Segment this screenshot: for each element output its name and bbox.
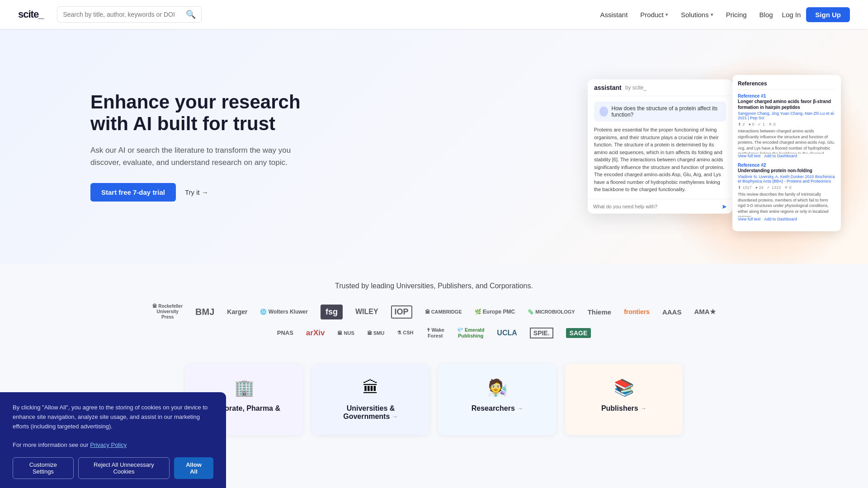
- login-button[interactable]: Log In: [782, 11, 801, 19]
- ref1-authors: Sangyoon Chang, Jing Yuan Chang, Nan-Zhi…: [738, 111, 835, 120]
- nav-links: Assistant Product ▾ Solutions ▾ Pricing …: [600, 11, 773, 19]
- cookie-buttons: Customize Settings Reject All Unnecessar…: [13, 457, 213, 462]
- logo-aaas: AAAS: [662, 308, 682, 316]
- logo-nus: 🏛 NUS: [337, 330, 354, 336]
- trusted-label: Trusted by leading Universities, Publish…: [36, 282, 832, 290]
- hero-title: Enhance your research with AI built for …: [90, 91, 316, 135]
- logo-thieme: Thieme: [588, 308, 612, 316]
- logo-ucla: UCLA: [497, 329, 517, 337]
- ref2-add-dashboard[interactable]: Add to Dashboard: [764, 217, 797, 221]
- solutions-dropdown-icon: ▾: [711, 12, 713, 18]
- researchers-icon: 🧑‍🔬: [451, 378, 543, 397]
- logo-cambridge: 🏛 CAMBRIDGE: [425, 309, 462, 314]
- logos-row-2: PNAS arXiv 🏛 NUS 🏛 SMU ⚗ CSH ✝ WakeFores…: [36, 327, 832, 338]
- card-universities[interactable]: 🏛 Universities & Governments →: [312, 364, 429, 435]
- chat-subtitle: by scite_: [625, 84, 646, 91]
- logo-emerald: 💎 EmeraldPublishing: [457, 327, 484, 338]
- logo-ama: AMA★: [694, 308, 715, 316]
- hero-subtitle: Ask our AI or search the literature to t…: [90, 144, 316, 169]
- logo-csh: ⚗ CSH: [397, 330, 413, 336]
- signup-button[interactable]: Sign Up: [806, 7, 850, 22]
- logo-wolters: 🌐 Wolters Kluwer: [260, 309, 307, 315]
- nav-pricing[interactable]: Pricing: [726, 11, 747, 19]
- search-icon[interactable]: 🔍: [186, 9, 196, 19]
- chat-send-icon[interactable]: ➤: [722, 202, 727, 210]
- trial-button[interactable]: Start free 7-day trial: [90, 183, 176, 202]
- chat-question: How does the structure of a protein affe…: [594, 102, 726, 122]
- ref1-body: Interactions between charged amino acids…: [738, 128, 835, 154]
- logo-fsg: fsg: [321, 305, 343, 319]
- cookie-banner: By clicking "Allow All", you agree to th…: [0, 392, 226, 462]
- logo-spie: SPIE.: [530, 328, 553, 338]
- logo-smu: 🏛 SMU: [367, 330, 385, 336]
- ref1-num: Reference #1: [738, 94, 835, 99]
- ref2-num: Reference #2: [738, 163, 835, 168]
- hero-section: Enhance your research with AI built for …: [0, 29, 868, 264]
- cookie-text: By clicking "Allow All", you agree to th…: [13, 403, 213, 450]
- ref1-add-dashboard[interactable]: Add to Dashboard: [764, 154, 797, 158]
- logo-rockefeller: 🏛 RockefellerUniversityPress: [152, 304, 183, 320]
- logo-karger: Karger: [227, 308, 247, 315]
- publishers-icon: 📚: [578, 378, 670, 397]
- chat-header: assistant by scite_: [588, 80, 732, 96]
- privacy-policy-link[interactable]: Privacy Policy: [90, 441, 127, 448]
- allow-all-button[interactable]: Allow All: [174, 457, 213, 462]
- assistant-preview: assistant by scite_ How does the structu…: [579, 80, 841, 214]
- customize-settings-button[interactable]: Customize Settings: [13, 457, 74, 462]
- product-dropdown-icon: ▾: [665, 12, 668, 18]
- logo[interactable]: scite_: [18, 9, 43, 20]
- ref1-stats: ⬆ 2 ● 0 ✓ 1 ✕ 0: [738, 122, 835, 127]
- chat-response: Proteins are essential for the proper fu…: [594, 126, 726, 193]
- search-bar: 🔍: [57, 6, 202, 23]
- ref2-links: View full text Add to Dashboard: [738, 217, 835, 221]
- logo-sage: SAGE: [566, 328, 591, 338]
- ref1-title: Longer charged amino acids favor β-stran…: [738, 99, 835, 110]
- try-link[interactable]: Try it →: [185, 188, 208, 196]
- logo-pnas: PNAS: [277, 329, 293, 336]
- ref2-authors: Vladimir N. Uversky, A. Keith Dunker 201…: [738, 174, 835, 183]
- nav-assistant[interactable]: Assistant: [600, 11, 627, 19]
- nav-solutions[interactable]: Solutions ▾: [681, 11, 713, 19]
- nav-product[interactable]: Product ▾: [640, 11, 668, 19]
- logo-wiley: WILEY: [355, 308, 378, 316]
- card-researchers-label: Researchers →: [451, 404, 543, 413]
- reference-2: Reference #2 Understanding protein non-f…: [738, 163, 835, 221]
- chat-input[interactable]: [593, 203, 719, 209]
- user-avatar: [599, 107, 608, 117]
- logo-microbiology: 🦠 MICROBIOLOGY: [528, 309, 575, 315]
- logos-row-1: 🏛 RockefellerUniversityPress BMJ Karger …: [36, 304, 832, 320]
- card-universities-label: Universities & Governments →: [325, 404, 417, 421]
- ref2-stats: ⬆ 1317 ● 24 ✓ 1313 ✕ 0: [738, 185, 835, 190]
- chat-input-row: ➤: [588, 198, 732, 213]
- ref2-title: Understanding protein non-folding: [738, 168, 835, 174]
- trusted-section: Trusted by leading Universities, Publish…: [0, 264, 868, 355]
- universities-icon: 🏛: [325, 378, 417, 397]
- ref2-view-full[interactable]: View full text: [738, 217, 760, 221]
- references-panel: References Reference #1 Longer charged a…: [732, 75, 841, 231]
- ref2-body: This review describes the family of intr…: [738, 192, 835, 217]
- reference-1: Reference #1 Longer charged amino acids …: [738, 94, 835, 158]
- ref1-view-full[interactable]: View full text: [738, 154, 760, 158]
- logo-arxiv: arXiv: [306, 328, 325, 338]
- chat-window: assistant by scite_ How does the structu…: [588, 80, 732, 214]
- logo-frontiers: frontiers: [624, 308, 650, 315]
- ref1-links: View full text Add to Dashboard: [738, 154, 835, 158]
- logo-iop: IOP: [391, 305, 412, 319]
- nav-blog[interactable]: Blog: [760, 11, 773, 19]
- reject-cookies-button[interactable]: Reject All Unnecessary Cookies: [78, 457, 170, 462]
- card-publishers-label: Publishers →: [578, 404, 670, 413]
- card-publishers[interactable]: 📚 Publishers →: [565, 364, 683, 435]
- hero-actions: Start free 7-day trial Try it →: [90, 183, 316, 202]
- logo-wake-forest: ✝ WakeForest: [426, 327, 444, 338]
- card-researchers[interactable]: 🧑‍🔬 Researchers →: [439, 364, 556, 435]
- chat-title: assistant: [594, 84, 622, 91]
- navbar: scite_ 🔍 Assistant Product ▾ Solutions ▾…: [0, 0, 868, 29]
- chat-body: How does the structure of a protein affe…: [588, 96, 732, 199]
- hero-text: Enhance your research with AI built for …: [90, 91, 316, 202]
- logo-bmj: BMJ: [195, 307, 214, 317]
- search-input[interactable]: [63, 11, 186, 18]
- logo-europe-pmc: 🌿 Europe PMC: [475, 309, 515, 315]
- ref-panel-header: References: [738, 80, 835, 90]
